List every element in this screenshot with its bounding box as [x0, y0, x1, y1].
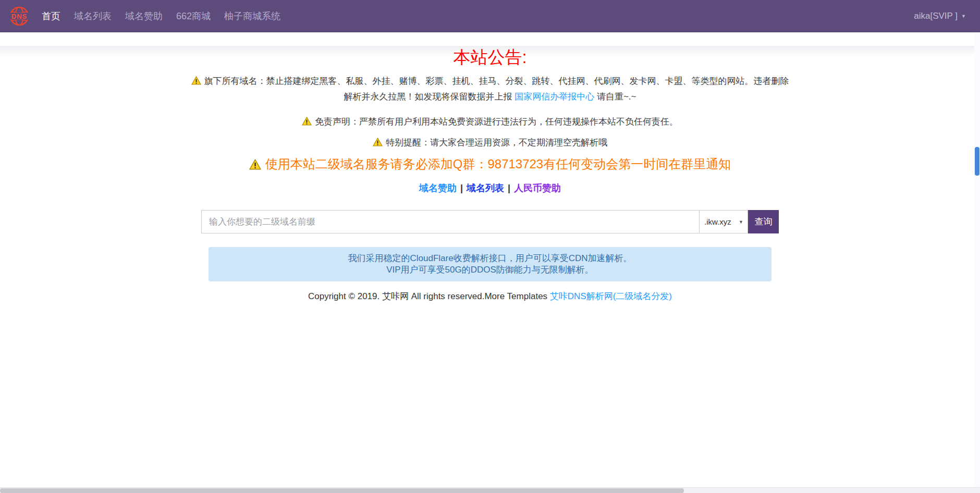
search-query-button[interactable]: 查询 — [748, 210, 779, 233]
links-separator: | — [508, 183, 510, 193]
user-menu-label: aika[SVIP ] — [914, 11, 958, 21]
announcement-text: 特别提醒：请大家合理运用资源，不定期清理空壳解析哦 — [386, 138, 607, 147]
vertical-scrollbar[interactable] — [974, 32, 980, 487]
quick-link-rmb-sponsor[interactable]: 人民币赞助 — [514, 183, 561, 193]
announcement-text: 旗下所有域名：禁止搭建绑定黑客、私服、外挂、赌博、彩票、挂机、挂马、分裂、跳转、… — [204, 76, 789, 102]
quick-link-domain-sponsor[interactable]: 域名赞助 — [419, 183, 457, 193]
copyright-footer: Copyright © 2019. 艾咔网 All rights reserve… — [188, 290, 792, 303]
cloudflare-info-box: 我们采用稳定的CloudFlare收费解析接口，用户可以享受CDN加速解析。 V… — [209, 247, 771, 281]
report-center-link[interactable]: 国家网信办举报中心 — [514, 92, 594, 102]
dns-globe-logo-icon: DNS — [9, 5, 30, 27]
vertical-scrollbar-thumb[interactable] — [975, 147, 979, 176]
domain-suffix-selected-value: .ikw.xyz — [704, 217, 731, 226]
footer-site-link[interactable]: 艾咔DNS解析网(二级域名分发) — [550, 291, 672, 301]
nav-item-youzi-shop[interactable]: 柚子商城系统 — [217, 0, 287, 32]
caret-down-icon: ▼ — [739, 219, 743, 225]
top-navbar: DNS 首页 域名列表 域名赞助 662商城 柚子商城系统 aika[SVIP … — [0, 0, 980, 32]
warning-icon — [249, 159, 261, 170]
nav-item-domain-sponsor[interactable]: 域名赞助 — [118, 0, 169, 32]
links-separator: | — [460, 183, 463, 193]
qq-group-notice-text: 使用本站二级域名服务请务必添加Q群：98713723有任何变动会第一时间在群里通… — [265, 157, 731, 171]
main-content: 本站公告: 旗下所有域名：禁止搭建绑定黑客、私服、外挂、赌博、彩票、挂机、挂马、… — [0, 46, 980, 303]
announcement-text: 请自重~.~ — [594, 92, 636, 102]
page: DNS 首页 域名列表 域名赞助 662商城 柚子商城系统 aika[SVIP … — [0, 0, 980, 493]
domain-prefix-input[interactable] — [201, 210, 699, 233]
warning-icon — [302, 117, 312, 126]
announcement-reminder: 特别提醒：请大家合理运用资源，不定期清理空壳解析哦 — [188, 135, 792, 151]
domain-search-bar: .ikw.xyz ▼ 查询 — [201, 210, 779, 233]
info-line-vip: VIP用户可享受50G的DDOS防御能力与无限制解析。 — [214, 264, 766, 276]
info-line-cdn: 我们采用稳定的CloudFlare收费解析接口，用户可以享受CDN加速解析。 — [214, 253, 766, 264]
quick-link-domain-list[interactable]: 域名列表 — [467, 183, 504, 193]
domain-suffix-select[interactable]: .ikw.xyz ▼ — [699, 210, 748, 233]
copyright-text: Copyright © 2019. 艾咔网 All rights reserve… — [308, 291, 550, 301]
svg-text:DNS: DNS — [11, 12, 27, 20]
nav-item-domain-list[interactable]: 域名列表 — [67, 0, 118, 32]
announcement-domain-rules: 旗下所有域名：禁止搭建绑定黑客、私服、外挂、赌博、彩票、挂机、挂马、分裂、跳转、… — [188, 73, 792, 105]
nav-item-662-shop[interactable]: 662商城 — [169, 0, 217, 32]
announcement-text: 免责声明：严禁所有用户利用本站免费资源进行违法行为，任何违规操作本站不负任何责任… — [315, 117, 678, 127]
user-menu[interactable]: aika[SVIP ] ▼ — [914, 11, 966, 21]
horizontal-scrollbar[interactable] — [0, 487, 980, 493]
site-announcement-title: 本站公告: — [188, 46, 792, 69]
nav-item-home[interactable]: 首页 — [35, 0, 67, 32]
qq-group-notice: 使用本站二级域名服务请务必添加Q群：98713723有任何变动会第一时间在群里通… — [188, 155, 792, 174]
dns-globe-logo-icon[interactable]: DNS — [9, 5, 30, 27]
announcement-disclaimer: 免责声明：严禁所有用户利用本站免费资源进行违法行为，任何违规操作本站不负任何责任… — [188, 114, 792, 130]
chevron-down-icon: ▼ — [961, 14, 966, 19]
warning-icon — [191, 76, 201, 85]
quick-links-row: 域名赞助|域名列表|人民币赞助 — [188, 182, 792, 194]
warning-icon — [373, 138, 383, 146]
horizontal-scrollbar-thumb[interactable] — [0, 488, 684, 493]
